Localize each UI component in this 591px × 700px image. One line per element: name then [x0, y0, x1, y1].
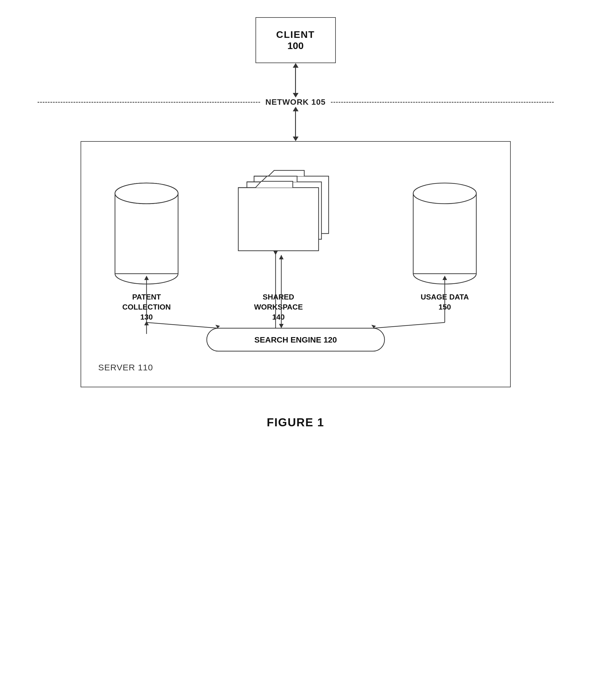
- svg-rect-14: [413, 193, 476, 274]
- svg-point-2: [115, 183, 178, 204]
- server-box: PATENT COLLECTION 130 SHARED WORKSPACE 1…: [81, 141, 511, 387]
- network-row: NETWORK 105: [38, 98, 554, 107]
- network-line-left: [38, 102, 260, 103]
- svg-rect-10: [238, 188, 319, 251]
- svg-marker-26: [279, 324, 283, 328]
- svg-marker-29: [443, 276, 447, 280]
- svg-line-22: [146, 323, 218, 328]
- svg-rect-0: [115, 193, 178, 274]
- client-number: 100: [287, 40, 304, 51]
- server-diagram-svg: PATENT COLLECTION 130 SHARED WORKSPACE 1…: [98, 159, 494, 354]
- network-to-server-arrow: [293, 107, 299, 141]
- svg-marker-28: [279, 255, 283, 259]
- figure-caption: FIGURE 1: [267, 416, 324, 429]
- server-label: SERVER 110: [98, 363, 153, 372]
- svg-text:SEARCH ENGINE 120: SEARCH ENGINE 120: [254, 335, 337, 344]
- svg-text:140: 140: [272, 313, 284, 321]
- client-label: CLIENT: [276, 29, 315, 40]
- network-label: NETWORK 105: [260, 98, 331, 107]
- client-to-network-arrow: [293, 63, 299, 98]
- svg-text:SHARED: SHARED: [263, 293, 294, 301]
- svg-point-15: [413, 183, 476, 204]
- svg-text:WORKSPACE: WORKSPACE: [254, 303, 303, 311]
- svg-marker-20: [144, 276, 149, 280]
- network-line-right: [331, 102, 554, 103]
- svg-line-31: [373, 323, 445, 328]
- client-box: CLIENT 100: [256, 17, 336, 63]
